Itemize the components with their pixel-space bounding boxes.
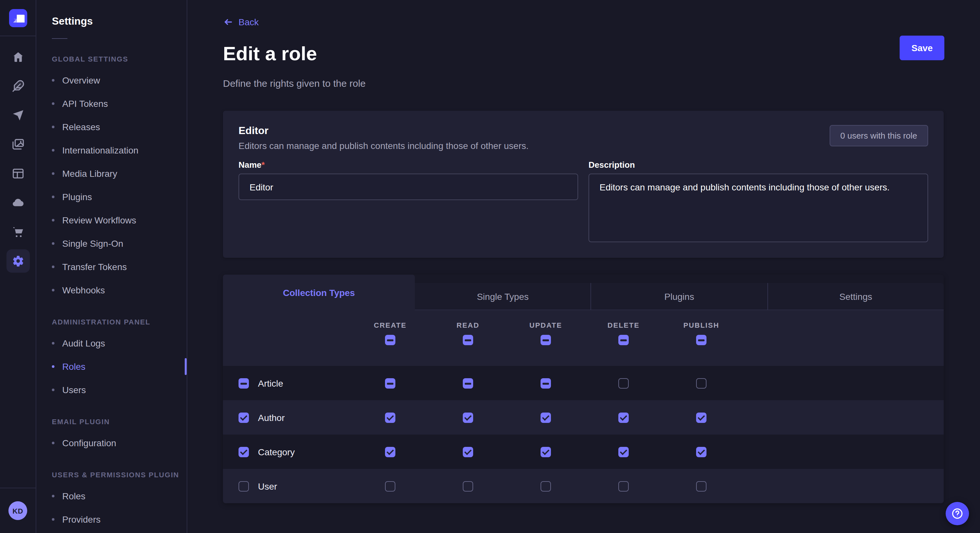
category-read-checkbox[interactable] — [463, 447, 473, 457]
sidebar-item-roles[interactable]: Roles — [52, 355, 187, 378]
sidebar-section-label: EMAIL PLUGIN — [52, 416, 187, 427]
select-all-publish-checkbox[interactable] — [696, 335, 706, 345]
author-read-checkbox[interactable] — [463, 412, 473, 423]
sidebar-section-users-permissions-plugin: USERS & PERMISSIONS PLUGINRolesProviders — [52, 469, 187, 531]
author-update-checkbox[interactable] — [541, 412, 551, 423]
description-textarea[interactable]: Editors can manage and publish contents … — [589, 174, 928, 242]
rail-nav — [6, 36, 30, 488]
name-field-group: Name* — [239, 160, 578, 245]
row-checkbox-user[interactable] — [239, 481, 249, 491]
bullet-dot-icon — [52, 518, 54, 521]
article-update-checkbox[interactable] — [541, 378, 551, 388]
author-create-checkbox[interactable] — [385, 412, 395, 423]
column-header-update: UPDATE — [530, 321, 562, 329]
author-publish-checkbox[interactable] — [696, 412, 706, 423]
sidebar-item-label: Users — [62, 385, 86, 395]
sidebar-item-label: Audit Logs — [62, 338, 105, 348]
select-all-update-checkbox[interactable] — [541, 335, 551, 345]
sidebar-title: Settings — [52, 16, 187, 27]
tab-plugins[interactable]: Plugins — [591, 283, 767, 310]
row-checkbox-author[interactable] — [239, 412, 249, 423]
bullet-dot-icon — [52, 172, 54, 175]
sidebar-item-plugins[interactable]: Plugins — [52, 185, 187, 209]
user-create-checkbox[interactable] — [385, 481, 395, 491]
user-read-checkbox[interactable] — [463, 481, 473, 491]
role-card: Editor Editors can manage and publish co… — [223, 111, 944, 258]
tab-collection-types[interactable]: Collection Types — [223, 274, 415, 310]
sidebar-item-transfer-tokens[interactable]: Transfer Tokens — [52, 255, 187, 279]
rail-user-section: KD — [0, 488, 36, 533]
save-button[interactable]: Save — [900, 36, 944, 60]
category-create-checkbox[interactable] — [385, 447, 395, 457]
tab-settings[interactable]: Settings — [767, 283, 944, 310]
article-read-checkbox[interactable] — [463, 378, 473, 388]
sidebar-item-configuration[interactable]: Configuration — [52, 431, 187, 455]
tab-single-types[interactable]: Single Types — [415, 283, 591, 310]
sidebar-item-internationalization[interactable]: Internationalization — [52, 139, 187, 162]
column-header-create: CREATE — [374, 321, 407, 329]
rail-item-layout[interactable] — [10, 166, 25, 181]
sidebar-item-users[interactable]: Users — [52, 378, 187, 401]
rail-item-cloud[interactable] — [10, 195, 25, 211]
help-button[interactable] — [946, 502, 969, 525]
row-checkbox-article[interactable] — [239, 378, 249, 388]
select-all-create-checkbox[interactable] — [385, 335, 395, 345]
back-link[interactable]: Back — [223, 17, 259, 27]
author-delete-checkbox[interactable] — [618, 412, 629, 423]
main-content: Back Edit a role Define the rights given… — [187, 0, 980, 533]
user-publish-checkbox[interactable] — [696, 481, 706, 491]
name-input[interactable] — [239, 174, 578, 200]
avatar[interactable]: KD — [8, 501, 27, 520]
entity-cell: Category — [223, 447, 351, 457]
sidebar-item-single-sign-on[interactable]: Single Sign-On — [52, 232, 187, 255]
category-publish-checkbox[interactable] — [696, 447, 706, 457]
sidebar-item-roles[interactable]: Roles — [52, 484, 187, 508]
sidebar-item-releases[interactable]: Releases — [52, 115, 187, 139]
sidebar-item-label: Releases — [62, 122, 100, 132]
select-all-read-checkbox[interactable] — [463, 335, 473, 345]
permissions-rows: ArticleAuthorCategoryUser — [223, 366, 944, 503]
row-checkbox-category[interactable] — [239, 447, 249, 457]
permission-row-category: Category — [223, 435, 944, 469]
permissions-tabbar: Collection TypesSingle TypesPluginsSetti… — [223, 274, 944, 310]
column-header-read: READ — [457, 321, 479, 329]
bullet-dot-icon — [52, 242, 54, 245]
rail-item-feather[interactable] — [10, 78, 25, 94]
sidebar-item-label: Providers — [62, 514, 100, 525]
user-update-checkbox[interactable] — [541, 481, 551, 491]
entity-label: Author — [258, 412, 285, 423]
rail-item-gear[interactable] — [6, 249, 30, 273]
back-arrow-icon — [223, 17, 233, 27]
bullet-dot-icon — [52, 219, 54, 222]
page-title: Edit a role — [223, 43, 944, 65]
strapi-logo-icon[interactable] — [9, 9, 27, 27]
user-delete-checkbox[interactable] — [618, 481, 629, 491]
sidebar-item-audit-logs[interactable]: Audit Logs — [52, 332, 187, 355]
rail-item-home[interactable] — [10, 49, 25, 65]
role-name-heading: Editor — [239, 125, 528, 136]
sidebar-item-api-tokens[interactable]: API Tokens — [52, 92, 187, 115]
sidebar-item-label: Media Library — [62, 168, 117, 179]
category-delete-checkbox[interactable] — [618, 447, 629, 457]
sidebar-section-label: ADMINISTRATION PANEL — [52, 316, 187, 328]
sidebar-item-review-workflows[interactable]: Review Workflows — [52, 209, 187, 232]
sidebar-item-media-library[interactable]: Media Library — [52, 162, 187, 185]
rail-item-cart[interactable] — [10, 224, 25, 240]
sidebar-item-webhooks[interactable]: Webhooks — [52, 279, 187, 302]
article-delete-checkbox[interactable] — [618, 378, 629, 388]
category-update-checkbox[interactable] — [541, 447, 551, 457]
entity-label: Article — [258, 378, 283, 388]
sidebar-item-providers[interactable]: Providers — [52, 508, 187, 531]
entity-label: User — [258, 481, 277, 491]
bullet-dot-icon — [52, 342, 54, 344]
sidebar-item-label: Transfer Tokens — [62, 262, 127, 272]
rail-item-images[interactable] — [10, 136, 25, 152]
select-all-delete-checkbox[interactable] — [618, 335, 629, 345]
article-create-checkbox[interactable] — [385, 378, 395, 388]
entity-cell: Article — [223, 378, 351, 388]
users-with-role-button[interactable]: 0 users with this role — [829, 125, 928, 146]
strapi-logo-glyph — [9, 9, 27, 27]
article-publish-checkbox[interactable] — [696, 378, 706, 388]
rail-item-send[interactable] — [10, 108, 25, 123]
sidebar-item-overview[interactable]: Overview — [52, 69, 187, 92]
